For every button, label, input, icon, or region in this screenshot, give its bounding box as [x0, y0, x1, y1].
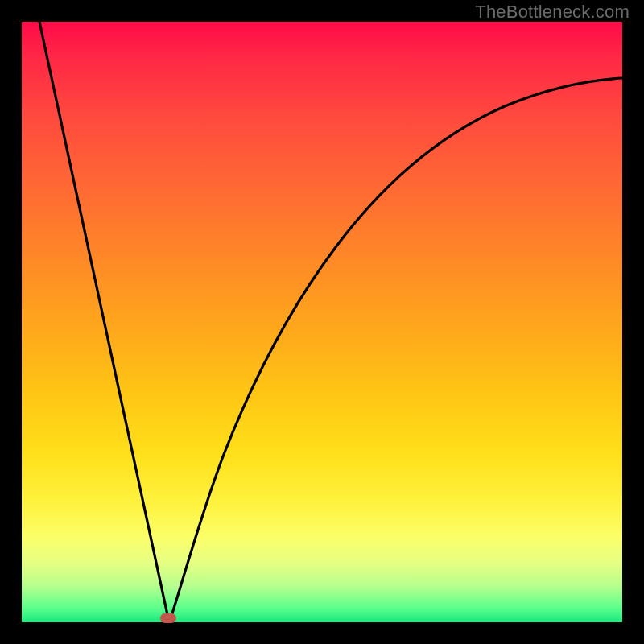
chart-frame: TheBottleneck.com	[0, 0, 644, 644]
curve-path	[39, 22, 622, 622]
watermark-text: TheBottleneck.com	[475, 2, 630, 23]
plot-area	[22, 22, 622, 622]
bottleneck-curve	[22, 22, 622, 622]
bottleneck-marker	[160, 613, 176, 623]
